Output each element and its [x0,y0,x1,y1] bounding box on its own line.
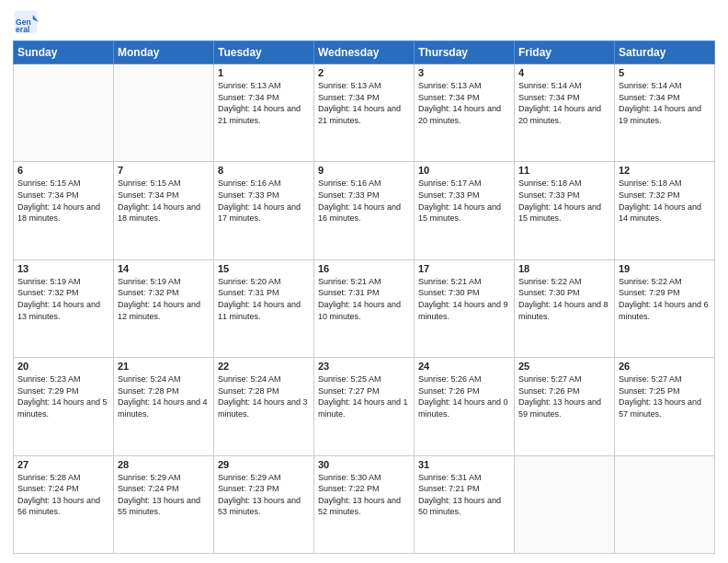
calendar-cell: 17Sunrise: 5:21 AM Sunset: 7:30 PM Dayli… [415,259,515,357]
calendar-cell: 26Sunrise: 5:27 AM Sunset: 7:25 PM Dayli… [615,358,715,455]
calendar-cell: 3Sunrise: 5:13 AM Sunset: 7:34 PM Daylig… [415,64,515,162]
calendar-cell: 14Sunrise: 5:19 AM Sunset: 7:32 PM Dayli… [114,259,214,357]
day-info: Sunrise: 5:21 AM Sunset: 7:30 PM Dayligh… [418,276,510,322]
day-info: Sunrise: 5:19 AM Sunset: 7:32 PM Dayligh… [17,276,109,322]
svg-text:eral: eral [16,25,29,34]
day-number: 21 [118,361,210,372]
logo-icon: Gen eral [13,9,39,35]
day-info: Sunrise: 5:23 AM Sunset: 7:29 PM Dayligh… [17,373,109,419]
day-info: Sunrise: 5:20 AM Sunset: 7:31 PM Dayligh… [218,276,310,322]
day-number: 9 [318,165,410,176]
weekday-header-sunday: Sunday [14,41,114,64]
day-info: Sunrise: 5:22 AM Sunset: 7:29 PM Dayligh… [619,276,711,322]
day-info: Sunrise: 5:29 AM Sunset: 7:24 PM Dayligh… [118,472,210,518]
weekday-header-saturday: Saturday [615,41,715,64]
day-number: 2 [318,67,410,78]
weekday-header-thursday: Thursday [415,41,515,64]
week-row-4: 20Sunrise: 5:23 AM Sunset: 7:29 PM Dayli… [14,358,715,455]
calendar-cell: 4Sunrise: 5:14 AM Sunset: 7:34 PM Daylig… [515,64,615,162]
calendar-cell: 12Sunrise: 5:18 AM Sunset: 7:32 PM Dayli… [615,162,715,259]
day-number: 1 [218,67,310,78]
day-info: Sunrise: 5:31 AM Sunset: 7:21 PM Dayligh… [418,472,510,518]
day-number: 20 [17,361,109,372]
calendar-cell: 22Sunrise: 5:24 AM Sunset: 7:28 PM Dayli… [214,358,314,455]
day-info: Sunrise: 5:24 AM Sunset: 7:28 PM Dayligh… [118,373,210,419]
weekday-header-friday: Friday [515,41,615,64]
calendar-cell: 8Sunrise: 5:16 AM Sunset: 7:33 PM Daylig… [214,162,314,259]
week-row-2: 6Sunrise: 5:15 AM Sunset: 7:34 PM Daylig… [14,162,715,259]
day-info: Sunrise: 5:19 AM Sunset: 7:32 PM Dayligh… [118,276,210,322]
calendar-cell [515,455,615,553]
day-number: 5 [619,67,711,78]
day-info: Sunrise: 5:22 AM Sunset: 7:30 PM Dayligh… [518,276,610,322]
day-info: Sunrise: 5:17 AM Sunset: 7:33 PM Dayligh… [418,178,510,224]
day-info: Sunrise: 5:27 AM Sunset: 7:25 PM Dayligh… [619,373,711,419]
calendar-cell: 6Sunrise: 5:15 AM Sunset: 7:34 PM Daylig… [14,162,114,259]
calendar-cell: 15Sunrise: 5:20 AM Sunset: 7:31 PM Dayli… [214,259,314,357]
day-info: Sunrise: 5:27 AM Sunset: 7:26 PM Dayligh… [518,373,610,419]
day-number: 17 [418,263,510,274]
calendar-cell: 18Sunrise: 5:22 AM Sunset: 7:30 PM Dayli… [515,259,615,357]
weekday-header-row: SundayMondayTuesdayWednesdayThursdayFrid… [14,41,715,64]
day-info: Sunrise: 5:15 AM Sunset: 7:34 PM Dayligh… [17,178,109,224]
day-number: 16 [318,263,410,274]
day-info: Sunrise: 5:26 AM Sunset: 7:26 PM Dayligh… [418,373,510,419]
day-number: 26 [619,361,711,372]
day-info: Sunrise: 5:18 AM Sunset: 7:32 PM Dayligh… [619,178,711,224]
day-number: 4 [518,67,610,78]
day-info: Sunrise: 5:18 AM Sunset: 7:33 PM Dayligh… [518,178,610,224]
day-number: 31 [418,459,510,470]
day-number: 15 [218,263,310,274]
day-info: Sunrise: 5:16 AM Sunset: 7:33 PM Dayligh… [218,178,310,224]
calendar-cell: 20Sunrise: 5:23 AM Sunset: 7:29 PM Dayli… [14,358,114,455]
day-info: Sunrise: 5:13 AM Sunset: 7:34 PM Dayligh… [418,80,510,126]
calendar-cell: 30Sunrise: 5:30 AM Sunset: 7:22 PM Dayli… [314,455,415,553]
day-number: 10 [418,165,510,176]
day-number: 6 [17,165,109,176]
day-number: 19 [619,263,711,274]
calendar-table: SundayMondayTuesdayWednesdayThursdayFrid… [13,40,715,554]
calendar-cell: 28Sunrise: 5:29 AM Sunset: 7:24 PM Dayli… [114,455,214,553]
week-row-3: 13Sunrise: 5:19 AM Sunset: 7:32 PM Dayli… [14,259,715,357]
header: Gen eral [13,9,715,35]
page: Gen eral SundayMondayTuesdayWednesdayThu… [0,0,728,563]
day-info: Sunrise: 5:13 AM Sunset: 7:34 PM Dayligh… [218,80,310,126]
calendar-cell: 2Sunrise: 5:13 AM Sunset: 7:34 PM Daylig… [314,64,415,162]
logo: Gen eral [13,9,42,35]
day-number: 24 [418,361,510,372]
day-number: 28 [118,459,210,470]
calendar-cell: 1Sunrise: 5:13 AM Sunset: 7:34 PM Daylig… [214,64,314,162]
day-info: Sunrise: 5:16 AM Sunset: 7:33 PM Dayligh… [318,178,410,224]
day-number: 11 [518,165,610,176]
day-number: 25 [518,361,610,372]
day-number: 18 [518,263,610,274]
weekday-header-wednesday: Wednesday [314,41,415,64]
calendar-cell: 5Sunrise: 5:14 AM Sunset: 7:34 PM Daylig… [615,64,715,162]
day-info: Sunrise: 5:14 AM Sunset: 7:34 PM Dayligh… [619,80,711,126]
day-number: 14 [118,263,210,274]
calendar-cell [14,64,114,162]
calendar-cell: 25Sunrise: 5:27 AM Sunset: 7:26 PM Dayli… [515,358,615,455]
day-number: 12 [619,165,711,176]
day-info: Sunrise: 5:13 AM Sunset: 7:34 PM Dayligh… [318,80,410,126]
calendar-cell: 24Sunrise: 5:26 AM Sunset: 7:26 PM Dayli… [415,358,515,455]
day-info: Sunrise: 5:29 AM Sunset: 7:23 PM Dayligh… [218,472,310,518]
day-number: 30 [318,459,410,470]
calendar-cell: 23Sunrise: 5:25 AM Sunset: 7:27 PM Dayli… [314,358,415,455]
day-number: 13 [17,263,109,274]
day-number: 23 [318,361,410,372]
calendar-cell: 13Sunrise: 5:19 AM Sunset: 7:32 PM Dayli… [14,259,114,357]
calendar-cell: 9Sunrise: 5:16 AM Sunset: 7:33 PM Daylig… [314,162,415,259]
day-info: Sunrise: 5:28 AM Sunset: 7:24 PM Dayligh… [17,472,109,518]
day-info: Sunrise: 5:24 AM Sunset: 7:28 PM Dayligh… [218,373,310,419]
day-number: 7 [118,165,210,176]
calendar-cell: 11Sunrise: 5:18 AM Sunset: 7:33 PM Dayli… [515,162,615,259]
week-row-5: 27Sunrise: 5:28 AM Sunset: 7:24 PM Dayli… [14,455,715,553]
calendar-cell: 19Sunrise: 5:22 AM Sunset: 7:29 PM Dayli… [615,259,715,357]
day-info: Sunrise: 5:15 AM Sunset: 7:34 PM Dayligh… [118,178,210,224]
calendar-cell [114,64,214,162]
calendar-cell: 10Sunrise: 5:17 AM Sunset: 7:33 PM Dayli… [415,162,515,259]
weekday-header-tuesday: Tuesday [214,41,314,64]
day-number: 22 [218,361,310,372]
calendar-cell: 16Sunrise: 5:21 AM Sunset: 7:31 PM Dayli… [314,259,415,357]
